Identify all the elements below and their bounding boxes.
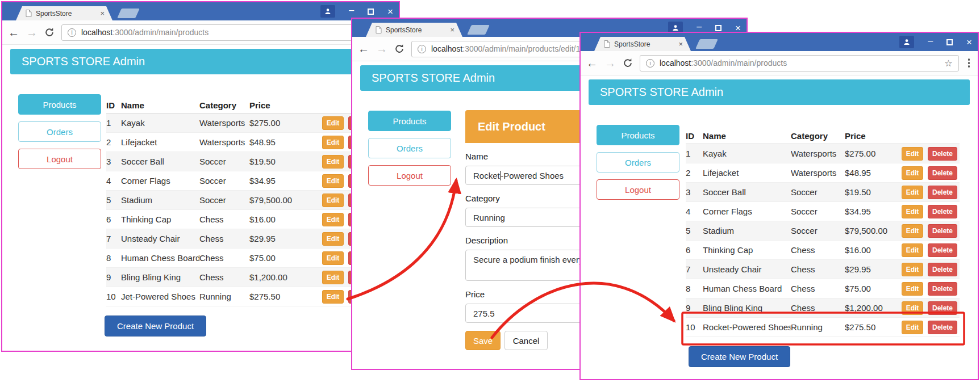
url-field[interactable]: i localhost:3000/admin/main/products ☆ [640,55,959,71]
edit-button[interactable]: Edit [902,263,923,276]
browser-menu-icon[interactable] [966,58,973,68]
cell-name: Human Chess Board [121,253,199,263]
edit-button[interactable]: Edit [322,232,344,246]
table-row: 10Jet-Powered ShoesRunning$275.50EditDel… [106,287,380,306]
sidebar-item-products[interactable]: Products [368,111,451,131]
table-row: 4Corner FlagsSoccer$34.95EditDelete [106,171,380,191]
browser-tab[interactable]: SportsStore × [16,6,112,20]
tab-close-icon[interactable]: × [678,40,683,48]
reload-icon[interactable] [44,27,55,37]
cell-category: Running [199,292,249,301]
edit-button[interactable]: Edit [902,321,923,334]
table-row: 7Unsteady ChairChess$29.95EditDelete [106,229,380,249]
edit-button[interactable]: Edit [322,213,344,226]
forward-icon[interactable]: → [604,57,616,69]
cancel-button[interactable]: Cancel [504,331,548,350]
maximize-button[interactable] [715,25,722,31]
delete-button[interactable]: Delete [928,263,957,276]
edit-button[interactable]: Edit [322,116,344,130]
delete-button[interactable]: Delete [928,205,957,218]
tab-close-icon[interactable]: × [450,26,454,33]
info-icon[interactable]: i [68,28,76,37]
cell-price: $79,500.00 [845,226,902,235]
cell-category: Chess [199,214,249,224]
delete-button[interactable]: Delete [928,282,957,296]
cell-category: Chess [199,234,249,243]
sidebar-item-products[interactable]: Products [597,125,679,145]
sidebar-item-orders[interactable]: Orders [597,152,679,173]
maximize-button[interactable] [368,9,374,15]
cell-price: $1,200.00 [249,272,322,282]
cell-price: $48.95 [249,137,322,147]
browser-titlebar: SportsStore × – × [2,2,399,20]
forward-icon[interactable]: → [376,43,387,54]
minimize-button[interactable]: – [349,6,354,15]
bookmark-star-icon[interactable]: ☆ [944,58,952,69]
close-button[interactable]: × [735,23,741,33]
back-icon[interactable]: ← [358,43,369,54]
back-icon[interactable]: ← [8,27,19,38]
delete-button[interactable]: Delete [928,147,957,161]
url-field[interactable]: i localhost:3000/admin/main/products [61,24,393,41]
sidebar-item-orders[interactable]: Orders [18,121,101,142]
reload-icon[interactable] [394,44,404,54]
cell-name: Stadium [121,195,199,205]
tab-close-icon[interactable]: × [100,10,105,17]
edit-button[interactable]: Edit [322,251,344,265]
sidebar-item-logout[interactable]: Logout [597,179,679,200]
maximize-button[interactable] [946,39,953,45]
info-icon[interactable]: i [418,45,426,53]
browser-window-products-after: SportsStore × – × ← → i localhost:3000/a… [579,32,979,380]
cell-price: $29.95 [249,234,322,243]
delete-button[interactable]: Delete [928,186,957,199]
sidebar-item-logout[interactable]: Logout [18,149,101,169]
edit-button[interactable]: Edit [322,174,344,188]
edit-button[interactable]: Edit [322,155,344,169]
cell-name: Rocket-Powered Shoes [703,322,791,332]
forward-icon[interactable]: → [26,27,37,38]
edit-button[interactable]: Edit [902,243,923,257]
delete-button[interactable]: Delete [928,243,957,257]
close-button[interactable]: × [387,7,393,16]
new-tab-button[interactable] [467,25,490,35]
new-tab-button[interactable] [117,9,140,18]
edit-button[interactable]: Edit [322,194,344,207]
new-tab-button[interactable] [695,39,718,49]
browser-tab[interactable]: SportsStore × [594,37,691,51]
edit-button[interactable]: Edit [902,205,923,218]
back-icon[interactable]: ← [586,57,598,69]
edit-button[interactable]: Edit [902,166,923,180]
cell-category: Watersports [791,149,845,158]
edit-button[interactable]: Edit [322,290,344,304]
sidebar-item-orders[interactable]: Orders [368,138,451,158]
reload-icon[interactable] [623,58,633,68]
minimize-button[interactable]: – [697,22,702,31]
edit-button[interactable]: Edit [322,271,344,284]
profile-button[interactable] [899,36,914,48]
delete-button[interactable]: Delete [928,321,957,334]
minimize-button[interactable]: – [928,36,933,45]
create-new-product-button[interactable]: Create New Product [105,316,206,336]
edit-button[interactable]: Edit [902,186,923,199]
edit-button[interactable]: Edit [902,282,923,296]
edit-button[interactable]: Edit [902,147,923,161]
save-button[interactable]: Save [465,331,501,350]
create-new-product-button[interactable]: Create New Product [689,346,790,367]
table-row: 3Soccer BallSoccer$19.50EditDelete [106,152,380,171]
delete-button[interactable]: Delete [928,224,957,238]
edit-button[interactable]: Edit [902,224,923,238]
cell-id: 8 [106,253,121,263]
table-row: 4Corner FlagsSoccer$34.95EditDelete [686,202,960,221]
cell-id: 6 [686,245,703,255]
sidebar-item-logout[interactable]: Logout [368,165,451,186]
sidebar-item-products[interactable]: Products [18,94,101,115]
edit-button[interactable]: Edit [322,136,344,149]
delete-button[interactable]: Delete [928,301,957,315]
profile-button[interactable] [320,5,335,18]
edit-button[interactable]: Edit [902,301,923,315]
close-button[interactable]: × [966,37,972,47]
delete-button[interactable]: Delete [928,166,957,180]
cell-category: Soccer [199,176,249,186]
info-icon[interactable]: i [646,59,654,68]
browser-tab[interactable]: SportsStore × [366,23,462,37]
